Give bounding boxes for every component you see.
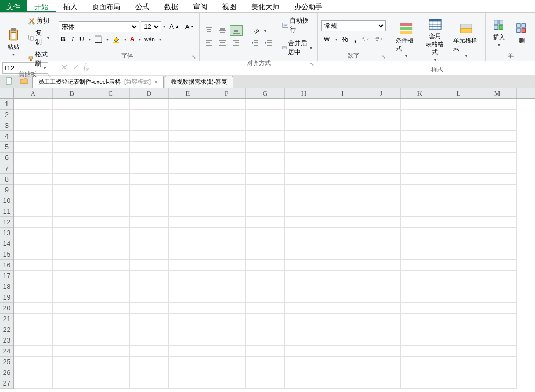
cell[interactable] [207,292,246,303]
cell[interactable] [91,185,130,195]
cell[interactable] [246,217,285,228]
cell[interactable] [323,249,362,260]
cell[interactable] [439,99,478,110]
cell[interactable] [439,271,478,281]
cell[interactable] [323,174,362,185]
cell[interactable] [53,110,91,120]
cell[interactable] [53,367,91,378]
cell[interactable] [246,367,285,378]
cell[interactable] [91,153,130,163]
cell[interactable] [323,281,362,292]
cell[interactable] [478,228,517,238]
cell[interactable] [478,195,517,206]
cell[interactable] [401,303,439,314]
cell[interactable] [91,238,130,249]
cell[interactable] [14,335,53,346]
cell[interactable] [207,163,246,174]
cell[interactable] [14,249,53,260]
cell[interactable] [401,206,439,217]
cell[interactable] [53,271,91,281]
cell[interactable] [246,357,285,367]
cell[interactable] [439,367,478,378]
cell[interactable] [439,120,478,131]
cell[interactable] [207,238,246,249]
cell[interactable] [285,174,323,185]
row-header[interactable]: 9 [0,185,13,195]
decrease-indent-button[interactable] [249,38,261,48]
cell[interactable] [169,238,207,249]
cell[interactable] [207,206,246,217]
row-header[interactable]: 26 [0,367,13,378]
number-launcher[interactable]: ⤡ [381,54,386,60]
cell[interactable] [362,281,401,292]
percent-button[interactable]: % [339,34,350,45]
col-header[interactable]: J [362,88,401,98]
cell[interactable] [478,120,517,131]
col-header[interactable]: D [130,88,169,98]
cell[interactable] [246,142,285,153]
cell[interactable] [169,357,207,367]
cell[interactable] [323,303,362,314]
cell[interactable] [169,131,207,142]
cell[interactable] [14,153,53,163]
cell[interactable] [439,324,478,335]
cell[interactable] [362,163,401,174]
align-top-button[interactable] [203,26,215,35]
cell[interactable] [207,357,246,367]
row-header[interactable]: 22 [0,324,13,335]
cell[interactable] [246,324,285,335]
cell[interactable] [401,110,439,120]
cell[interactable] [246,260,285,271]
cell[interactable] [285,195,323,206]
cell[interactable] [130,120,169,131]
cell[interactable] [169,249,207,260]
row-header[interactable]: 14 [0,238,13,249]
pinyin-button[interactable]: wén [142,35,156,43]
cell[interactable] [323,217,362,228]
cell[interactable] [285,120,323,131]
row-header[interactable]: 20 [0,303,13,314]
cell[interactable] [285,292,323,303]
cell[interactable] [91,228,130,238]
cell[interactable] [53,228,91,238]
cell[interactable] [362,357,401,367]
cell[interactable] [207,378,246,389]
cell[interactable] [285,238,323,249]
cell[interactable] [285,131,323,142]
cell[interactable] [401,195,439,206]
cell[interactable] [207,281,246,292]
col-header[interactable]: A [14,88,53,98]
cell[interactable] [439,185,478,195]
cell[interactable] [323,228,362,238]
cell[interactable] [169,163,207,174]
copy-button[interactable]: 复制▾ [26,27,52,48]
cell[interactable] [207,110,246,120]
cell[interactable] [130,142,169,153]
cell[interactable] [207,99,246,110]
cell[interactable] [285,217,323,228]
cell[interactable] [14,217,53,228]
cell[interactable] [14,357,53,367]
cell[interactable] [207,185,246,195]
cell[interactable] [362,324,401,335]
cell[interactable] [285,249,323,260]
cell[interactable] [91,260,130,271]
cell[interactable] [362,217,401,228]
cell[interactable] [169,367,207,378]
cell[interactable] [130,357,169,367]
cell[interactable] [14,163,53,174]
cell[interactable] [362,249,401,260]
cell[interactable] [285,281,323,292]
cell[interactable] [478,153,517,163]
doc-tab-1[interactable]: 员工工资登记表制作-excel-表格 [兼容模式] × [32,76,164,88]
row-header[interactable]: 5 [0,142,13,153]
cell[interactable] [246,292,285,303]
cell[interactable] [246,335,285,346]
cell[interactable] [323,314,362,324]
cell[interactable] [439,163,478,174]
cell[interactable] [207,174,246,185]
cell[interactable] [323,99,362,110]
row-header[interactable]: 4 [0,131,13,142]
cell[interactable] [91,120,130,131]
cell[interactable] [401,271,439,281]
